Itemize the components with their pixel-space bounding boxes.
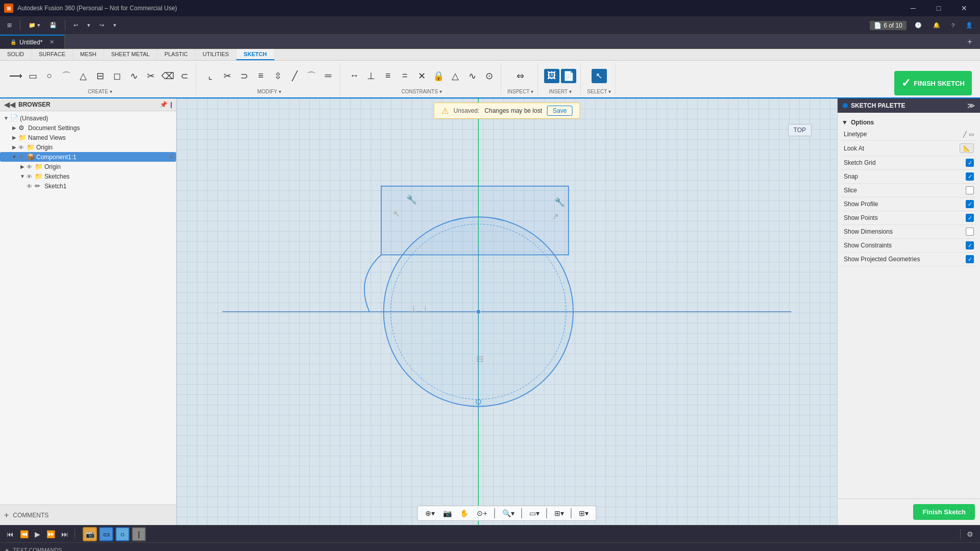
grid-button[interactable]: ⊞▾ [552, 508, 567, 519]
sketch-scale-button[interactable]: ⇳ [270, 69, 285, 83]
redo-dropdown[interactable]: ▾ [110, 21, 119, 30]
sketch-grid-checkbox[interactable] [966, 159, 974, 167]
eye-origin-root[interactable]: 👁 [18, 144, 26, 151]
finish-sketch-button[interactable]: ✓ FINISH SKETCH [894, 71, 972, 95]
zoom-button[interactable]: 🔍▾ [500, 508, 517, 519]
trim-button[interactable]: ✂ [219, 69, 235, 83]
go-to-end-button[interactable]: ⏭ [59, 529, 71, 540]
show-constraints-checkbox[interactable] [966, 241, 974, 249]
inspect-label[interactable]: INSPECT ▾ [507, 89, 533, 95]
environment-button[interactable]: ⊞▾ [576, 508, 591, 519]
step-back-button[interactable]: ⏪ [17, 529, 31, 540]
tangent-constraint[interactable]: △ [448, 69, 463, 83]
browser-collapse-button[interactable]: ◀◀ [4, 101, 15, 109]
go-to-start-button[interactable]: ⏮ [4, 529, 16, 540]
slot-tool-button[interactable]: ⊟ [92, 69, 108, 83]
tab-close-icon[interactable]: ✕ [50, 39, 54, 45]
selection-mode-button[interactable]: ⊕▾ [423, 508, 437, 519]
insert-label[interactable]: INSERT ▾ [549, 89, 572, 95]
capture-design-button[interactable]: 📷 [440, 508, 454, 519]
tab-sketch[interactable]: SKETCH [236, 49, 274, 60]
minimize-button[interactable]: ─ [901, 0, 925, 16]
canvas-area[interactable]: ⚠ Unsaved: Changes may be lost Save TOP [177, 98, 837, 525]
file-button[interactable]: 📁 ▾ [26, 21, 43, 30]
eye-component1[interactable]: 👁 [18, 154, 26, 160]
break-button[interactable]: ≡ [253, 69, 268, 83]
fillet-button[interactable]: ⌞ [203, 69, 218, 83]
spline-tool-button[interactable]: ∿ [126, 69, 141, 83]
pan-button[interactable]: ✋ [457, 508, 471, 519]
tree-item-unsaved[interactable]: ▼ 📄 (Unsaved) [0, 113, 176, 123]
settings-button[interactable]: ⚙ [964, 529, 976, 540]
perpendicular-constraint[interactable]: ⊥ [363, 69, 379, 83]
conic-tool-button[interactable]: ✂ [143, 69, 158, 83]
expand-sketches[interactable]: ▼ [18, 173, 27, 179]
undo-button[interactable]: ↩ [70, 21, 81, 30]
expand-origin-comp[interactable]: ▶ [18, 164, 27, 169]
select-label[interactable]: SELECT ▾ [587, 89, 611, 95]
lock-constraint[interactable]: 🔒 [431, 69, 446, 83]
timeline-item-3[interactable]: ○ [115, 527, 130, 541]
timeline-item-1[interactable]: 📷 [83, 527, 97, 541]
timeline-item-2[interactable]: ▭ [99, 527, 113, 541]
dimension-button[interactable]: ⇔ [513, 69, 528, 83]
user-button[interactable]: 👤 [963, 21, 976, 30]
snap-checkbox[interactable] [966, 172, 974, 181]
active-tab[interactable]: 🔒 Untitled* ✕ [0, 35, 65, 48]
constraints-label[interactable]: CONSTRAINTS ▾ [401, 89, 442, 95]
horizontal-constraint[interactable]: ↔ [347, 69, 362, 83]
tree-item-sketch1[interactable]: 👁 ✏ Sketch1 [0, 181, 176, 191]
circle-tool-button[interactable]: ○ [42, 69, 57, 83]
expand-component1[interactable]: ▼ [10, 154, 18, 160]
timeline-area[interactable]: 📷 ▭ ○ | [79, 527, 957, 541]
tree-item-named-views[interactable]: ▶ 📁 Named Views [0, 133, 176, 142]
rectangle-tool-button[interactable]: ▭ [25, 69, 40, 83]
curvature-constraint[interactable]: ∿ [464, 69, 480, 83]
show-projected-checkbox[interactable] [966, 255, 974, 263]
eye-sketch1[interactable]: 👁 [27, 183, 34, 189]
tree-item-component1[interactable]: ▼ 👁 📦 Component1:1 ⚙ [0, 152, 176, 162]
save-button[interactable]: 💾 [46, 21, 60, 30]
expand-doc-settings[interactable]: ▶ [10, 125, 18, 131]
offset-tool-button[interactable]: ⌫ [160, 69, 175, 83]
lookat-button[interactable]: 📐 [960, 143, 974, 153]
coincident-constraint[interactable]: ✕ [414, 69, 429, 83]
expand-named-views[interactable]: ▶ [10, 135, 18, 140]
tree-item-origin-comp[interactable]: ▶ 👁 📁 Origin [0, 162, 176, 171]
clock-button[interactable]: 🕐 [912, 21, 925, 30]
sketch-offset-button[interactable]: ╱ [287, 69, 302, 83]
orbit-button[interactable]: ⊙+ [474, 508, 489, 519]
display-mode-button[interactable]: ▭▾ [527, 508, 542, 519]
tab-solid[interactable]: SOLID [0, 49, 32, 60]
help-button[interactable]: ? [948, 21, 958, 30]
arc-tool-button[interactable]: ⌒ [59, 69, 74, 83]
show-profile-checkbox[interactable] [966, 200, 974, 208]
create-label[interactable]: CREATE ▾ [88, 89, 112, 95]
insert-image-button[interactable]: 🖼 [544, 69, 559, 83]
palette-expand-button[interactable]: ≫ [967, 102, 975, 110]
normal-abnormal-button[interactable]: ═ [321, 69, 336, 83]
gear-component1[interactable]: ⚙ [169, 154, 174, 160]
show-dimensions-checkbox[interactable] [966, 228, 974, 236]
linetype-control[interactable]: ╱ ▭ [963, 131, 974, 138]
new-tab-button[interactable]: + [964, 36, 976, 48]
play-button[interactable]: ▶ [32, 529, 43, 540]
point-tool-button[interactable]: ◻ [109, 69, 125, 83]
extend-button[interactable]: ⊃ [236, 69, 252, 83]
sketch-canvas[interactable]: 🔧 ↖ 🔧 ↗ ⊥ ⊥ ⊟ [177, 98, 837, 525]
eye-origin-comp[interactable]: 👁 [27, 164, 34, 170]
finish-sketch-panel-button[interactable]: Finish Sketch [913, 504, 975, 520]
tab-mesh[interactable]: MESH [73, 49, 104, 60]
tab-plastic[interactable]: PLASTIC [157, 49, 195, 60]
triangle-tool-button[interactable]: △ [76, 69, 91, 83]
tab-surface[interactable]: SURFACE [32, 49, 73, 60]
eye-sketches[interactable]: 👁 [27, 173, 34, 180]
tree-item-doc-settings[interactable]: ▶ ⚙ Document Settings [0, 123, 176, 133]
comments-add-button[interactable]: + [4, 511, 9, 520]
mirror-tool-button[interactable]: ⊂ [177, 69, 192, 83]
app-grid-button[interactable]: ⊞ [4, 21, 15, 30]
line-tool-button[interactable]: ⟶ [8, 69, 23, 83]
tree-item-sketches[interactable]: ▼ 👁 📁 Sketches [0, 171, 176, 181]
construction-button[interactable]: ⌒ [304, 69, 319, 83]
midpoint-constraint[interactable]: ⊙ [481, 69, 497, 83]
